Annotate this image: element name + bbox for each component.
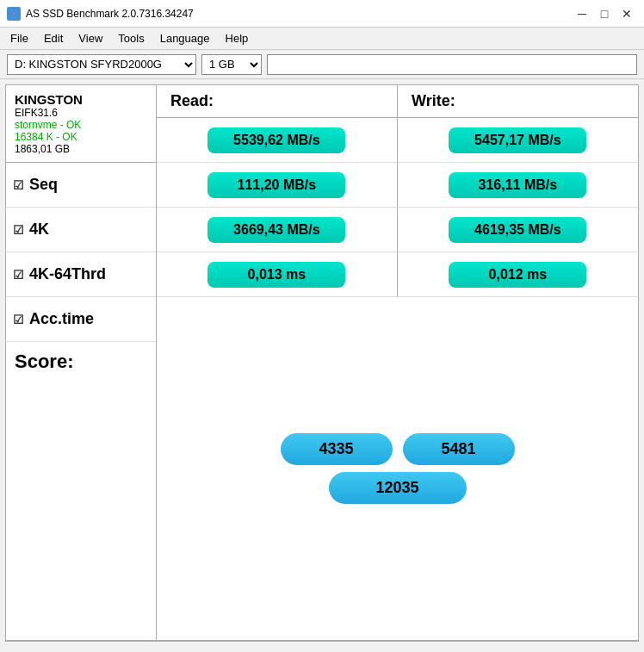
title-bar: AS SSD Benchmark 2.0.7316.34247 ─ □ ✕ [0,0,644,28]
row-acctime: 0,013 ms 0,012 ms [157,252,638,297]
checkbox-seq[interactable]: ☑ [13,178,24,192]
value-write-acctime: 0,012 ms [449,262,586,288]
label-seq: ☑ Seq [6,163,156,208]
write-acctime: 0,012 ms [398,252,638,297]
row-4k: 111,20 MB/s 316,11 MB/s [157,163,638,208]
label-4k64thrd: ☑ 4K-64Thrd [6,252,156,297]
menu-item-tools[interactable]: Tools [111,30,151,47]
bench-area: KINGSTON EIFK31.6 stornvme - OK 16384 K … [6,85,638,641]
score-label: Score: [15,351,73,373]
header-read: Read: [157,85,398,117]
value-write-4k: 316,11 MB/s [449,172,586,198]
drive-size: 1863,01 GB [15,143,147,155]
write-4k64thrd: 4619,35 MB/s [398,208,638,252]
label-acctime: ☑ Acc.time [6,297,156,342]
main-panel: KINGSTON EIFK31.6 stornvme - OK 16384 K … [5,84,639,642]
drive-cache: 16384 K - OK [15,131,147,143]
value-write-seq: 5457,17 MB/s [449,127,586,153]
toolbar: D: KINGSTON SFYRD2000G 1 GB 512 MB 256 M… [0,50,644,79]
read-seq: 5539,62 MB/s [157,118,398,163]
menu-item-view[interactable]: View [71,30,109,47]
drive-firmware: EIFK31.6 [15,107,147,119]
score-label-area: Score: [6,342,157,382]
results-header: Read: Write: [157,85,638,118]
score-write: 5481 [403,433,515,465]
value-read-4k: 111,20 MB/s [207,172,345,198]
menu-bar: FileEditViewToolsLanguageHelp [0,28,644,50]
row-4k64thrd: 3669,43 MB/s 4619,35 MB/s [157,208,638,252]
info-panel: KINGSTON EIFK31.6 stornvme - OK 16384 K … [6,85,157,640]
checkbox-4k[interactable]: ☑ [13,223,24,237]
value-read-4k64thrd: 3669,43 MB/s [207,217,345,243]
read-acctime: 0,013 ms [157,252,398,297]
app-icon [7,7,21,21]
score-row-area: 4335 5481 12035 [157,297,638,640]
menu-item-file[interactable]: File [3,30,35,47]
read-4k64thrd: 3669,43 MB/s [157,208,398,252]
drive-info: KINGSTON EIFK31.6 stornvme - OK 16384 K … [6,85,157,162]
score-total-row: 12035 [329,472,467,504]
value-read-acctime: 0,013 ms [207,262,345,288]
maximize-button[interactable]: □ [594,5,615,22]
row-seq: 5539,62 MB/s 5457,17 MB/s [157,118,638,163]
minimize-button[interactable]: ─ [572,5,592,22]
value-write-4k64thrd: 4619,35 MB/s [449,217,586,243]
checkbox-acctime[interactable]: ☑ [13,313,24,326]
drive-select[interactable]: D: KINGSTON SFYRD2000G [7,54,196,75]
window-controls: ─ □ ✕ [572,5,637,22]
menu-item-language[interactable]: Language [153,30,217,47]
extra-input [267,54,637,75]
window-title: AS SSD Benchmark 2.0.7316.34247 [26,8,194,20]
close-button[interactable]: ✕ [616,5,637,22]
score-values-area: 4335 5481 12035 [157,297,638,640]
size-select[interactable]: 1 GB 512 MB 256 MB [201,54,262,75]
score-top-row: 4335 5481 [281,433,515,465]
write-4k: 316,11 MB/s [398,163,638,208]
label-4k: ☑ 4K [6,208,156,252]
bench-labels: ☑ Seq ☑ 4K ☑ 4K-64Thrd ☑ Acc.time [6,162,157,342]
score-total: 12035 [329,472,467,504]
drive-brand: KINGSTON [15,92,147,107]
menu-item-help[interactable]: Help [219,30,256,47]
score-read: 4335 [281,433,393,465]
value-read-seq: 5539,62 MB/s [207,127,345,153]
checkbox-4k64thrd[interactable]: ☑ [13,268,24,282]
header-write: Write: [398,85,638,117]
drive-driver: stornvme - OK [15,119,147,131]
bottom-area: --:--:-- Start Abort [0,647,644,652]
menu-item-edit[interactable]: Edit [37,30,70,47]
read-4k: 111,20 MB/s [157,163,398,208]
results-panel: Read: Write: 5539,62 MB/s 5457,17 MB/s [157,85,638,640]
write-seq: 5457,17 MB/s [398,118,638,163]
bench-values: 5539,62 MB/s 5457,17 MB/s 111,20 MB/s 31… [157,118,638,640]
